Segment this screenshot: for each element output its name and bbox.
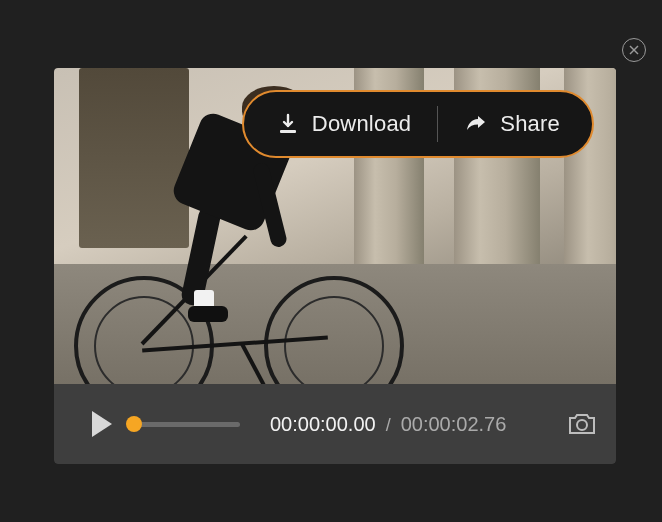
svg-rect-2 [280,130,296,133]
share-button[interactable]: Share [456,111,568,137]
video-preview[interactable]: Download Share [54,68,616,384]
current-time: 00:00:00.00 [270,413,376,436]
download-label: Download [312,111,411,137]
divider [437,106,438,142]
share-label: Share [500,111,560,137]
action-bar: Download Share [242,90,594,158]
camera-icon [566,408,598,440]
close-button[interactable] [622,38,646,62]
progress-bar[interactable] [134,422,240,427]
svg-point-3 [577,420,587,430]
share-icon [464,112,488,136]
close-icon [628,44,640,56]
total-time: 00:00:02.76 [401,413,507,436]
download-button[interactable]: Download [268,111,419,137]
snapshot-button[interactable] [566,408,598,440]
player-controls: 00:00:00.00 / 00:00:02.76 [54,384,616,464]
download-icon [276,112,300,136]
play-button[interactable] [92,411,112,437]
time-display: 00:00:00.00 / 00:00:02.76 [270,413,506,436]
progress-thumb[interactable] [126,416,142,432]
time-separator: / [386,415,391,436]
video-player: Download Share 00:00:00.00 / 00:00:02.76 [54,68,616,464]
